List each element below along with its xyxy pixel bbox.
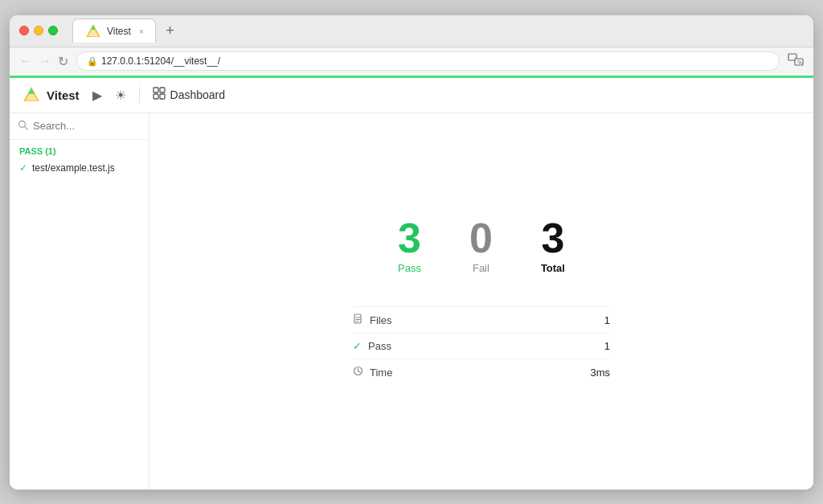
pass-count: 3 [398,217,421,259]
main-content: PASS (1) ✓ test/example.test.js 3 Pass 0… [10,113,813,490]
total-stat: 3 Total [541,217,565,274]
app-name-label: Vitest [47,88,80,102]
app-logo: Vitest [23,86,80,104]
files-value: 1 [604,314,610,326]
fail-stat: 0 Fail [469,217,493,274]
pass-detail-label: Pass [368,340,391,352]
address-bar: ← → ↻ 🔒 127.0.0.1:51204/__vitest__/ A 文 [10,47,813,78]
svg-rect-11 [160,88,165,92]
address-text: 127.0.0.1:51204/__vitest__/ [101,55,220,67]
svg-rect-10 [154,88,158,92]
test-file-label: test/example.test.js [32,162,115,174]
vitest-logo-icon [23,86,40,104]
maximize-window-button[interactable] [48,26,58,35]
back-button[interactable]: ← [19,54,32,68]
test-file-item[interactable]: ✓ test/example.test.js [10,159,149,177]
fail-label: Fail [473,262,489,274]
svg-marker-9 [28,88,35,94]
tab-close-button[interactable]: × [139,27,144,36]
time-row: Time 3ms [353,359,610,385]
svg-rect-13 [160,94,165,99]
browser-window: Vitest × + ← → ↻ 🔒 127.0.0.1:51204/__vit… [10,15,813,490]
tab-title: Vitest [107,26,131,37]
tab-area: Vitest × + [72,18,804,43]
search-icon [18,120,28,133]
svg-line-22 [358,371,361,373]
pass-section-header: PASS (1) [10,140,149,159]
tab-favicon [84,23,102,40]
traffic-lights [19,26,58,35]
file-icon [353,313,363,326]
svg-point-14 [19,121,26,127]
search-input[interactable] [33,120,141,132]
check-icon: ✓ [19,162,27,174]
lock-icon: 🔒 [87,56,98,67]
new-tab-button[interactable]: + [161,23,179,39]
clock-icon [353,366,363,379]
total-count: 3 [541,217,564,259]
refresh-button[interactable]: ↻ [58,54,68,69]
pass-detail-label-group: ✓ Pass [353,340,391,352]
svg-text:文: 文 [796,59,800,64]
files-label-group: Files [353,313,391,326]
files-label: Files [370,314,391,326]
minimize-window-button[interactable] [34,26,43,35]
toolbar-divider [139,87,140,103]
translate-icon[interactable]: A 文 [788,53,804,69]
fail-count: 0 [469,217,493,259]
pass-detail-row: ✓ Pass 1 [353,333,610,359]
pass-check-icon: ✓ [353,340,362,352]
pass-detail-value: 1 [604,340,610,352]
time-value: 3ms [590,367,610,379]
close-window-button[interactable] [19,26,29,35]
run-tests-button[interactable]: ▶ [92,88,102,103]
nav-buttons: ← → ↻ [19,54,68,69]
browser-tab-active[interactable]: Vitest × [72,18,156,43]
dashboard-label: Dashboard [170,88,226,101]
details-table: Files 1 ✓ Pass 1 [353,306,610,385]
app-toolbar: Vitest ▶ ☀ Dashboard [10,78,813,113]
address-input[interactable]: 🔒 127.0.0.1:51204/__vitest__/ [76,51,780,71]
time-label: Time [370,367,392,379]
pass-label: Pass [398,262,421,274]
search-box [10,113,149,140]
pass-stat: 3 Pass [398,217,421,274]
svg-line-15 [25,127,27,129]
dashboard-panel: 3 Pass 0 Fail 3 Total [149,113,813,490]
forward-button[interactable]: → [39,54,51,68]
stats-row: 3 Pass 0 Fail 3 Total [398,217,565,274]
svg-rect-12 [154,94,158,99]
sidebar: PASS (1) ✓ test/example.test.js [10,113,149,490]
files-row: Files 1 [353,306,610,333]
dashboard-nav-button[interactable]: Dashboard [153,87,226,103]
time-label-group: Time [353,366,392,379]
title-bar: Vitest × + [10,15,813,47]
settings-button[interactable]: ☀ [115,88,126,103]
total-label: Total [541,262,565,274]
dashboard-icon [153,87,166,103]
